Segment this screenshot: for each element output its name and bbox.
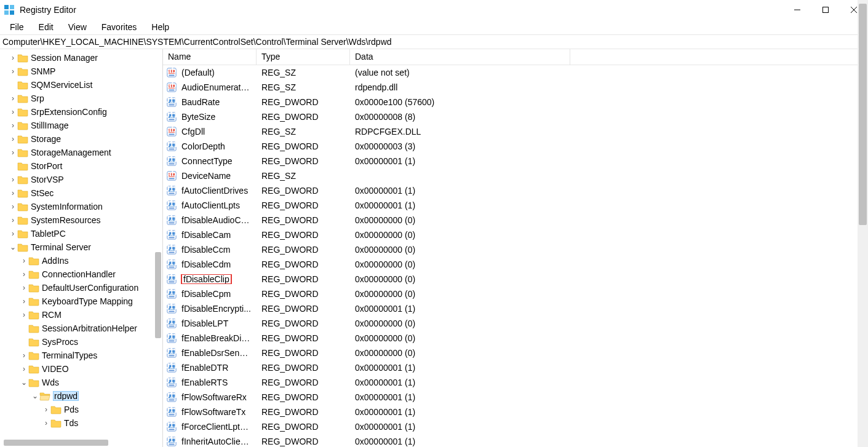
registry-value-row[interactable]: CfgDllREG_SZRDPCFGEX.DLL xyxy=(163,124,868,139)
column-type-header[interactable]: Type xyxy=(257,49,350,65)
registry-value-row[interactable]: fDisableCamREG_DWORD0x00000000 (0) xyxy=(163,227,868,242)
registry-value-row[interactable]: fForceClientLptD...REG_DWORD0x00000001 (… xyxy=(163,419,868,434)
tree-item[interactable]: ⌄rdpwd xyxy=(0,389,162,403)
tree-item[interactable]: SQMServiceList xyxy=(0,78,162,92)
expand-icon[interactable]: › xyxy=(9,189,17,197)
collapse-icon[interactable]: ⌄ xyxy=(31,392,39,400)
tree-item[interactable]: ›Pds xyxy=(0,403,162,416)
expand-icon[interactable]: › xyxy=(9,53,17,62)
menu-help[interactable]: Help xyxy=(144,21,177,33)
menu-view[interactable]: View xyxy=(61,21,94,33)
registry-value-row[interactable]: fDisableClipREG_DWORD0x00000000 (0) xyxy=(163,272,868,287)
registry-value-row[interactable]: fEnableRTSREG_DWORD0x00000001 (1) xyxy=(163,375,868,390)
registry-value-row[interactable]: DeviceNameREG_SZ xyxy=(163,168,868,183)
tree-item[interactable]: ›ConnectionHandler xyxy=(0,267,162,281)
expand-icon[interactable]: › xyxy=(20,351,28,360)
expand-icon[interactable]: › xyxy=(42,419,50,427)
tree-item[interactable]: ›RCM xyxy=(0,308,162,322)
expand-icon[interactable]: › xyxy=(9,229,17,238)
registry-value-row[interactable]: fFlowSoftwareTxREG_DWORD0x00000001 (1) xyxy=(163,405,868,419)
expand-icon[interactable]: › xyxy=(9,202,17,211)
registry-value-row[interactable]: fEnableBreakDis...REG_DWORD0x00000000 (0… xyxy=(163,331,868,346)
tree-item[interactable]: ›StillImage xyxy=(0,119,162,132)
registry-value-row[interactable]: ByteSizeREG_DWORD0x00000008 (8) xyxy=(163,109,868,124)
column-data-header[interactable]: Data xyxy=(350,49,570,65)
tree-item[interactable]: ›Srp xyxy=(0,92,162,105)
value-data: 0x00000001 (1) xyxy=(350,392,570,402)
registry-value-row[interactable]: fAutoClientDrivesREG_DWORD0x00000001 (1) xyxy=(163,183,868,198)
registry-value-row[interactable]: fDisableCcmREG_DWORD0x00000000 (0) xyxy=(163,242,868,257)
expand-icon[interactable]: › xyxy=(9,175,17,184)
column-name-header[interactable]: Name xyxy=(163,49,257,65)
tree-item[interactable]: SessionArbitrationHelper xyxy=(0,322,162,335)
registry-value-row[interactable]: fEnableDTRREG_DWORD0x00000001 (1) xyxy=(163,360,868,375)
expand-icon[interactable]: › xyxy=(20,297,28,306)
expand-icon[interactable]: › xyxy=(9,67,17,76)
registry-value-row[interactable]: ColorDepthREG_DWORD0x00000003 (3) xyxy=(163,139,868,154)
expand-icon[interactable]: › xyxy=(9,108,17,116)
registry-value-row[interactable]: fDisableEncrypti...REG_DWORD0x00000001 (… xyxy=(163,301,868,316)
registry-value-row[interactable]: fEnableDsrSensit...REG_DWORD0x00000000 (… xyxy=(163,346,868,360)
registry-value-row[interactable]: fDisableLPTREG_DWORD0x00000000 (0) xyxy=(163,316,868,331)
tree-item[interactable]: ›StorVSP xyxy=(0,173,162,186)
menu-file[interactable]: File xyxy=(2,21,31,33)
expand-icon[interactable]: › xyxy=(9,148,17,157)
expand-icon[interactable]: › xyxy=(20,256,28,265)
expand-icon[interactable]: › xyxy=(42,405,50,414)
tree-vertical-scrollbar-thumb[interactable] xyxy=(155,252,161,338)
tree-item[interactable]: ›StSec xyxy=(0,186,162,200)
expand-icon[interactable]: › xyxy=(9,216,17,224)
value-name: fDisableClip xyxy=(177,274,257,284)
folder-icon xyxy=(17,80,28,90)
tree-item[interactable]: ›Storage xyxy=(0,132,162,146)
expand-icon[interactable]: › xyxy=(9,135,17,143)
registry-value-row[interactable]: BaudRateREG_DWORD0x0000e100 (57600) xyxy=(163,95,868,109)
tree-item[interactable]: SysProcs xyxy=(0,335,162,349)
titlebar[interactable]: Registry Editor xyxy=(0,0,868,20)
expand-icon[interactable]: › xyxy=(20,270,28,279)
tree-horizontal-scrollbar-thumb[interactable] xyxy=(4,440,108,446)
registry-value-row[interactable]: fDisableCpmREG_DWORD0x00000000 (0) xyxy=(163,287,868,301)
registry-value-row[interactable]: fAutoClientLptsREG_DWORD0x00000001 (1) xyxy=(163,198,868,213)
tree-item[interactable]: ›AddIns xyxy=(0,254,162,267)
menu-favorites[interactable]: Favorites xyxy=(94,21,145,33)
registry-value-row[interactable]: fDisableAudioCa...REG_DWORD0x00000000 (0… xyxy=(163,213,868,227)
list-vertical-scrollbar-thumb[interactable] xyxy=(859,4,867,225)
collapse-icon[interactable]: ⌄ xyxy=(20,378,28,387)
tree-item[interactable]: ›Session Manager xyxy=(0,51,162,65)
menu-edit[interactable]: Edit xyxy=(31,21,61,33)
minimize-button[interactable] xyxy=(783,0,811,20)
address-bar[interactable]: Computer\HKEY_LOCAL_MACHINE\SYSTEM\Curre… xyxy=(0,34,868,49)
tree-item[interactable]: ⌄Wds xyxy=(0,376,162,389)
tree-item[interactable]: ›Tds xyxy=(0,416,162,430)
registry-value-row[interactable]: AudioEnumerato...REG_SZrdpendp.dll xyxy=(163,80,868,95)
tree-item[interactable]: ›TabletPC xyxy=(0,227,162,240)
maximize-button[interactable] xyxy=(811,0,840,20)
dword-value-icon xyxy=(163,421,177,432)
expand-icon[interactable]: › xyxy=(9,121,17,130)
collapse-icon[interactable]: ⌄ xyxy=(9,243,17,251)
registry-value-row[interactable]: ConnectTypeREG_DWORD0x00000001 (1) xyxy=(163,154,868,168)
tree-item[interactable]: ⌄Terminal Server xyxy=(0,240,162,254)
tree-item[interactable]: ›DefaultUserConfiguration xyxy=(0,281,162,295)
list-pane[interactable]: Name Type Data (Default)REG_SZ(value not… xyxy=(163,49,868,447)
expand-icon[interactable]: › xyxy=(20,365,28,373)
tree-item[interactable]: ›SystemInformation xyxy=(0,200,162,213)
expand-icon[interactable]: › xyxy=(20,283,28,292)
registry-value-row[interactable]: fFlowSoftwareRxREG_DWORD0x00000001 (1) xyxy=(163,390,868,405)
tree-item[interactable]: ›StorageManagement xyxy=(0,146,162,159)
tree-item[interactable]: ›VIDEO xyxy=(0,362,162,376)
expand-icon[interactable]: › xyxy=(9,94,17,103)
list-vertical-scrollbar[interactable] xyxy=(858,0,868,447)
tree-item[interactable]: ›TerminalTypes xyxy=(0,349,162,362)
registry-value-row[interactable]: fInheritAutoClient...REG_DWORD0x00000001… xyxy=(163,434,868,447)
registry-value-row[interactable]: (Default)REG_SZ(value not set) xyxy=(163,65,868,80)
tree-item[interactable]: ›SrpExtensionConfig xyxy=(0,105,162,119)
tree-item[interactable]: ›SystemResources xyxy=(0,213,162,227)
tree-item[interactable]: ›SNMP xyxy=(0,65,162,78)
tree-item[interactable]: ›KeyboardType Mapping xyxy=(0,295,162,308)
registry-value-row[interactable]: fDisableCdmREG_DWORD0x00000000 (0) xyxy=(163,257,868,272)
tree-item[interactable]: StorPort xyxy=(0,159,162,173)
expand-icon[interactable]: › xyxy=(20,311,28,319)
tree-pane[interactable]: ›Session Manager›SNMPSQMServiceList›Srp›… xyxy=(0,49,163,447)
